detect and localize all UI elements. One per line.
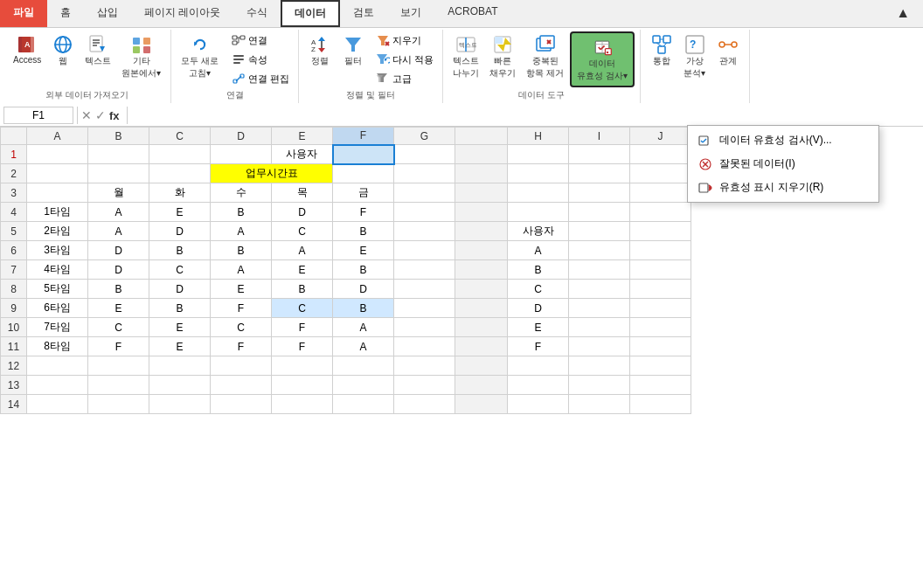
tab-insert[interactable]: 삽입 (84, 0, 131, 27)
cell-a4[interactable]: 1타임 (27, 203, 88, 222)
cell-b13[interactable] (88, 376, 149, 395)
cell-b12[interactable] (88, 356, 149, 376)
tab-view[interactable]: 보기 (387, 0, 434, 27)
insert-function-icon[interactable]: fx (109, 109, 120, 122)
cell-e12[interactable] (272, 356, 333, 376)
cell-e10[interactable]: F (272, 318, 333, 337)
remove-duplicates-button[interactable]: 중복된항목 제거 (522, 31, 568, 82)
row-header-6[interactable]: 6 (1, 241, 27, 260)
clear-validation-item[interactable]: 유효성 표시 지우기(R) (688, 176, 878, 199)
cell-f5[interactable]: B (333, 222, 394, 241)
cell-a1[interactable] (27, 145, 88, 164)
cell-b5[interactable]: A (88, 222, 149, 241)
tab-home[interactable]: 홈 (47, 0, 84, 27)
cell-f7[interactable]: B (333, 260, 394, 280)
col-header-d[interactable]: D (211, 128, 272, 145)
row-header-12[interactable]: 12 (1, 356, 27, 376)
tab-file[interactable]: 파일 (0, 0, 47, 27)
cell-d14[interactable] (211, 395, 272, 414)
edit-links-button[interactable]: 연결 편집 (228, 70, 293, 87)
cell-i10[interactable]: E (508, 318, 569, 337)
cell-d1[interactable] (211, 145, 272, 164)
tab-review[interactable]: 검토 (340, 0, 387, 27)
cell-j4[interactable] (569, 203, 630, 222)
relationships-button[interactable]: 관계 (712, 31, 744, 70)
cell-e8[interactable]: B (272, 280, 333, 299)
cell-d12[interactable] (211, 356, 272, 376)
sort-az-button[interactable]: AZ 정렬 (304, 31, 336, 70)
cell-g13[interactable] (394, 376, 455, 395)
cell-f6[interactable]: E (333, 241, 394, 260)
row-header-2[interactable]: 2 (1, 164, 27, 183)
text-to-columns-button[interactable]: 텍스트 텍스트나누기 (448, 31, 483, 82)
cell-i5[interactable]: 사용자 (508, 222, 569, 241)
cell-a7[interactable]: 4타임 (27, 260, 88, 280)
cell-g2[interactable] (394, 164, 455, 183)
cell-e13[interactable] (272, 376, 333, 395)
cell-j6[interactable] (569, 241, 630, 260)
cell-b7[interactable]: D (88, 260, 149, 280)
cell-i12[interactable] (508, 356, 569, 376)
cell-b8[interactable]: B (88, 280, 149, 299)
cell-k7[interactable] (630, 260, 691, 280)
cell-e14[interactable] (272, 395, 333, 414)
cell-i13[interactable] (508, 376, 569, 395)
col-header-c[interactable]: C (149, 128, 211, 145)
cell-f8[interactable]: D (333, 280, 394, 299)
cell-a6[interactable]: 3타임 (27, 241, 88, 260)
cell-c9[interactable]: B (149, 299, 211, 318)
cell-k5[interactable] (630, 222, 691, 241)
cell-i4[interactable] (508, 203, 569, 222)
cell-i11[interactable]: F (508, 337, 569, 356)
cell-c5[interactable]: D (149, 222, 211, 241)
cell-a12[interactable] (27, 356, 88, 376)
reapply-button[interactable]: 다시 적용 (372, 51, 437, 68)
cell-a14[interactable] (27, 395, 88, 414)
tab-page-layout[interactable]: 페이지 레이아웃 (131, 0, 233, 27)
col-header-i[interactable]: H (508, 128, 569, 145)
cell-d5[interactable]: A (211, 222, 272, 241)
properties-button[interactable]: 속성 (228, 51, 293, 68)
cell-a9[interactable]: 6타임 (27, 299, 88, 318)
clear-button[interactable]: 지우기 (372, 31, 437, 49)
col-header-f[interactable]: F (333, 128, 394, 145)
tab-acrobat[interactable]: ACROBAT (434, 0, 510, 27)
col-header-g[interactable]: G (394, 128, 455, 145)
cell-b4[interactable]: A (88, 203, 149, 222)
row-header-7[interactable]: 7 (1, 260, 27, 280)
row-header-4[interactable]: 4 (1, 203, 27, 222)
cell-g5[interactable] (394, 222, 455, 241)
cell-d3[interactable]: 수 (211, 183, 272, 203)
cell-e6[interactable]: A (272, 241, 333, 260)
cell-i8[interactable]: C (508, 280, 569, 299)
cell-k10[interactable] (630, 318, 691, 337)
cell-g1[interactable] (394, 145, 455, 164)
cell-f4[interactable]: F (333, 203, 394, 222)
row-header-3[interactable]: 3 (1, 183, 27, 203)
cell-e3[interactable]: 목 (272, 183, 333, 203)
cell-d7[interactable]: A (211, 260, 272, 280)
cell-f1[interactable] (333, 145, 394, 164)
cell-j12[interactable] (569, 356, 630, 376)
cell-j8[interactable] (569, 280, 630, 299)
cell-e4[interactable]: D (272, 203, 333, 222)
cell-k11[interactable] (630, 337, 691, 356)
cell-c14[interactable] (149, 395, 211, 414)
cell-c13[interactable] (149, 376, 211, 395)
cell-k2[interactable] (630, 164, 691, 183)
cell-g12[interactable] (394, 356, 455, 376)
col-header-h[interactable] (455, 128, 508, 145)
cell-f10[interactable]: A (333, 318, 394, 337)
validation-check-item[interactable]: 데이터 유효성 검사(V)... (688, 128, 878, 152)
cell-a13[interactable] (27, 376, 88, 395)
cell-c4[interactable]: E (149, 203, 211, 222)
cell-i2[interactable] (508, 164, 569, 183)
cell-i1[interactable] (508, 145, 569, 164)
row-header-11[interactable]: 11 (1, 337, 27, 356)
cell-j7[interactable] (569, 260, 630, 280)
tab-data[interactable]: 데이터 (281, 0, 340, 27)
cell-e5[interactable]: C (272, 222, 333, 241)
cell-g7[interactable] (394, 260, 455, 280)
cell-j9[interactable] (569, 299, 630, 318)
cell-e9[interactable]: C (272, 299, 333, 318)
